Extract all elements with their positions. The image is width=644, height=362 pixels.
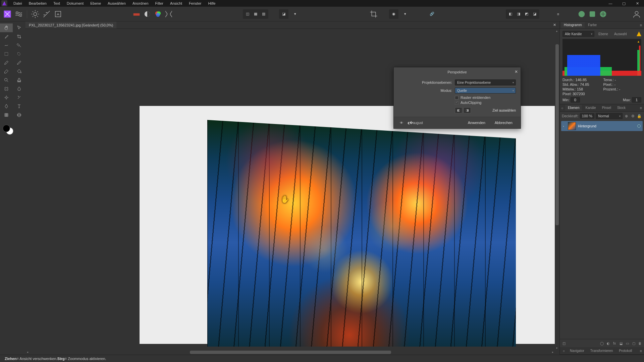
link-icon[interactable]: 🔗 xyxy=(427,9,437,19)
hist-min[interactable]: 0 xyxy=(571,97,580,103)
autocontrast-icon[interactable] xyxy=(143,9,152,19)
fx-icon[interactable]: ⊕ xyxy=(624,113,629,119)
hand-tool[interactable] xyxy=(0,23,13,32)
tab-histogram[interactable]: Histogramm xyxy=(561,22,585,28)
before-toggle[interactable]: ◧ xyxy=(455,107,462,113)
zoom-tool[interactable] xyxy=(0,76,13,84)
delete-layer-icon[interactable]: 🗑 xyxy=(637,341,643,346)
autocolor-icon[interactable] xyxy=(153,9,163,19)
channel-select[interactable]: Alle Kanäle xyxy=(562,31,594,37)
preview-off-icon[interactable]: 👁 xyxy=(398,120,405,125)
opacity-field[interactable]: 100 % xyxy=(580,113,595,119)
pen-tool[interactable] xyxy=(0,102,13,111)
merge-icon[interactable]: ⬓ xyxy=(618,341,624,346)
sphere-tool[interactable] xyxy=(13,111,25,119)
grid-tool[interactable] xyxy=(0,111,13,119)
scope-layer-button[interactable]: Ebene xyxy=(596,32,610,37)
tab-navigator[interactable]: Navigator xyxy=(567,348,587,354)
export-persona-icon[interactable] xyxy=(53,9,63,19)
pin2-icon[interactable]: ⟐ xyxy=(561,348,567,354)
arrange3-icon[interactable]: ◩ xyxy=(523,10,531,18)
flood-select-tool[interactable] xyxy=(13,41,25,50)
heal-tool[interactable] xyxy=(0,84,13,93)
sel-sub-icon[interactable]: ▥ xyxy=(260,10,268,18)
text-tool[interactable] xyxy=(13,102,25,111)
autowb-icon[interactable] xyxy=(164,9,173,19)
menu-datei[interactable]: Datei xyxy=(10,0,25,6)
projection-select[interactable]: Eine Projektionsebene xyxy=(455,79,516,85)
crop-tool[interactable] xyxy=(13,32,25,41)
menu-hilfe[interactable]: Hilfe xyxy=(205,0,219,6)
tab-stock[interactable]: Stock xyxy=(614,105,628,111)
tab-color[interactable]: Farbe xyxy=(585,22,599,28)
tab-channels[interactable]: Kanäle xyxy=(583,105,598,111)
autolevel-icon[interactable] xyxy=(132,9,141,19)
selection-brush-tool[interactable] xyxy=(0,41,13,50)
tab-brushes[interactable]: Pinsel xyxy=(599,105,614,111)
dialog-close-icon[interactable]: ✕ xyxy=(515,69,518,74)
maximize-button[interactable]: ▢ xyxy=(617,0,631,7)
quickmask-icon[interactable]: ◪ xyxy=(279,9,288,19)
apply-button[interactable]: Anwenden xyxy=(465,120,489,126)
group-icon[interactable]: ▭ xyxy=(625,341,630,346)
horizontal-scrollbar[interactable]: ◂▸ xyxy=(25,350,555,355)
menu-fenster[interactable]: Fenster xyxy=(185,0,205,6)
sync3-icon[interactable] xyxy=(598,9,608,19)
arrange2-icon[interactable]: ◨ xyxy=(515,10,523,18)
blend-select[interactable]: Normal xyxy=(596,113,623,119)
perspective-dialog[interactable]: Perspektive ✕ Projektionsebenen: Eine Pr… xyxy=(393,67,521,129)
crop-icon[interactable] xyxy=(369,9,378,19)
document-tab[interactable]: PXL_20230127_135623241.jpg [Geändert] (5… xyxy=(25,21,116,28)
brush-tool[interactable] xyxy=(0,58,13,67)
menu-ansicht[interactable]: Ansicht xyxy=(167,0,185,6)
dialog-title[interactable]: Perspektive ✕ xyxy=(394,67,521,77)
arrange4-icon[interactable]: ◪ xyxy=(531,10,539,18)
layers-menu-icon[interactable]: ≡ xyxy=(638,106,644,110)
select-target-button[interactable]: Ziel auswählen xyxy=(492,108,516,112)
blur-tool[interactable] xyxy=(13,84,25,93)
layer-visible-icon[interactable] xyxy=(637,124,641,128)
lock-icon[interactable]: 🔒 xyxy=(637,113,642,119)
marquee-tool[interactable] xyxy=(0,50,13,58)
menu-filter[interactable]: Filter xyxy=(152,0,167,6)
cancel-button[interactable]: Abbrechen xyxy=(491,120,516,126)
tab-history[interactable]: Protokoll xyxy=(616,348,635,354)
after-toggle[interactable]: ◨ xyxy=(464,107,471,113)
dropdown-icon[interactable]: ▾ xyxy=(290,9,300,19)
stamp-tool[interactable] xyxy=(13,76,25,84)
menu-ebene[interactable]: Ebene xyxy=(87,0,104,6)
erase-tool[interactable] xyxy=(0,67,13,76)
layer-row[interactable]: ▪ Hintergrund xyxy=(561,121,643,131)
mode-select[interactable]: Quelle xyxy=(455,87,516,94)
layer-collapse-icon[interactable]: ▪ xyxy=(561,125,566,127)
freehand-select-tool[interactable] xyxy=(13,50,25,58)
minimize-button[interactable]: — xyxy=(604,0,617,7)
color-picker-tool[interactable] xyxy=(0,32,13,41)
panel-menu-icon[interactable]: ≡ xyxy=(638,23,644,27)
scope-selection-button[interactable]: Auswahl xyxy=(612,32,629,37)
mesh-tool[interactable] xyxy=(13,93,25,102)
bottom-menu-icon[interactable]: ≡ xyxy=(638,349,644,353)
menu-bearbeiten[interactable]: Bearbeiten xyxy=(25,0,50,6)
develop-icon[interactable] xyxy=(31,9,40,19)
fx2-icon[interactable]: fx xyxy=(612,341,617,346)
sync1-icon[interactable] xyxy=(577,9,586,19)
menu-text[interactable]: Text xyxy=(50,0,63,6)
close-button[interactable]: ✕ xyxy=(631,0,644,7)
arrange1-icon[interactable]: ◧ xyxy=(506,10,515,18)
hist-max[interactable]: 1 xyxy=(632,97,641,103)
menu-anordnen[interactable]: Anordnen xyxy=(129,0,152,6)
close-doc-icon[interactable]: ✕ xyxy=(550,23,559,27)
vertical-scrollbar[interactable]: ▴▾ xyxy=(555,29,559,350)
preview-mirror-icon[interactable]: �august xyxy=(413,120,419,125)
align-icon[interactable]: ≡ xyxy=(553,9,563,19)
menu-dokument[interactable]: Dokument xyxy=(63,0,87,6)
sel-add-icon[interactable]: ▦ xyxy=(252,10,260,18)
tonemap-icon[interactable] xyxy=(42,9,51,19)
sel-new-icon[interactable]: ◫ xyxy=(244,10,252,18)
assistant-icon[interactable]: ◉ xyxy=(389,9,398,19)
layer-opts-icon[interactable]: ◫ xyxy=(561,341,567,346)
liquify-persona-icon[interactable] xyxy=(14,9,23,19)
fill-tool[interactable] xyxy=(13,67,25,76)
tab-layers[interactable]: Ebenen xyxy=(565,105,582,111)
